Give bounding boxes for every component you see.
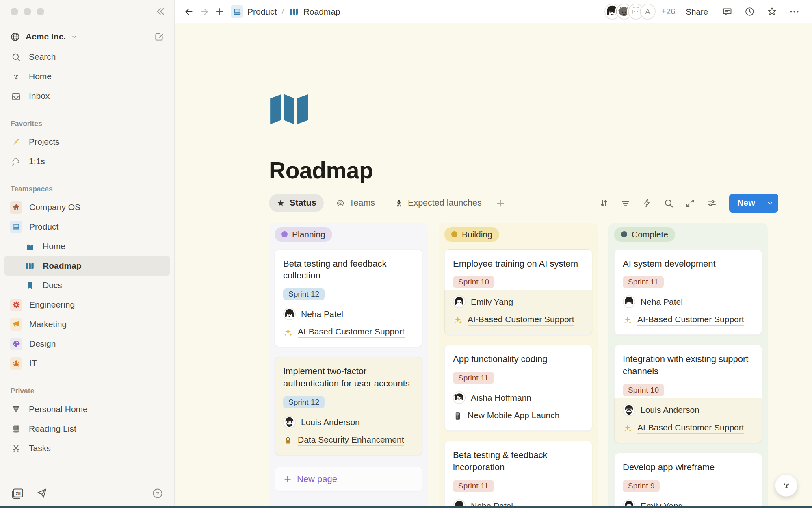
- sidebar-section-title[interactable]: Favorites: [0, 106, 174, 132]
- assignee-name: Neha Patel: [301, 309, 343, 319]
- topbar: Product/Roadmap A +26 Share: [175, 0, 812, 23]
- column-cards: Beta testing and feedback collection Spr…: [275, 249, 422, 456]
- assignee-name: Louis Anderson: [301, 417, 360, 427]
- sort-button[interactable]: [599, 198, 609, 208]
- avatar: [453, 295, 466, 308]
- related-page-link[interactable]: Data Security Enhancement: [283, 435, 414, 446]
- tab-status[interactable]: Status: [269, 194, 324, 212]
- sprint-tag: Sprint 11: [623, 276, 664, 288]
- related-page-label: AI-Based Customer Support: [468, 315, 574, 326]
- window-zoom-button[interactable]: [37, 8, 44, 15]
- notion-ai-button[interactable]: [775, 474, 797, 497]
- more-options-button[interactable]: [789, 6, 800, 17]
- kanban-card[interactable]: Integration with existing support channe…: [614, 345, 762, 443]
- related-page-label: New Mobile App Launch: [468, 410, 559, 421]
- comment-icon: [722, 6, 733, 17]
- sidebar-item-personal-home[interactable]: Personal Home: [4, 399, 170, 419]
- window-minimize-button[interactable]: [24, 8, 31, 15]
- sidebar-section-title[interactable]: Teamspaces: [0, 171, 174, 198]
- search-button[interactable]: [663, 198, 674, 208]
- target-icon: [336, 199, 345, 208]
- sidebar-item-inbox[interactable]: Inbox: [4, 86, 170, 106]
- tune-button[interactable]: [706, 198, 717, 208]
- sidebar-section-title[interactable]: Private: [0, 373, 174, 399]
- sidebar-item-search[interactable]: Search: [4, 47, 170, 67]
- chevron-down-icon[interactable]: [762, 199, 778, 207]
- column-header-planning[interactable]: Planning: [275, 227, 332, 242]
- breadcrumb: Product/Roadmap: [231, 5, 340, 18]
- sidebar-item-label: Engineering: [29, 300, 75, 310]
- kanban-card[interactable]: Employee training on AI system Sprint 10…: [444, 249, 592, 335]
- sidebar-item-roadmap[interactable]: Roadmap: [4, 256, 170, 276]
- column-header-building[interactable]: Building: [444, 227, 499, 242]
- kanban-card[interactable]: Beta testing & feedback incorporation Sp…: [444, 441, 592, 508]
- share-button[interactable]: Share: [686, 7, 708, 17]
- window-close-button[interactable]: [11, 8, 18, 15]
- comments-button[interactable]: [722, 6, 733, 17]
- expand-button[interactable]: [685, 198, 695, 208]
- new-tab-button[interactable]: [212, 4, 227, 20]
- related-page-link[interactable]: AI-Based Customer Support: [623, 315, 754, 326]
- back-button[interactable]: [181, 4, 197, 20]
- sidebar-item-1-1s[interactable]: 1:1s: [4, 152, 170, 171]
- related-page-link[interactable]: AI-Based Customer Support: [283, 327, 414, 338]
- sidebar-item-reading-list[interactable]: Reading List: [4, 419, 170, 439]
- new-page-button[interactable]: New page: [275, 467, 422, 492]
- chevron-down-icon: [71, 33, 78, 40]
- sidebar-item-it[interactable]: IT: [4, 354, 170, 373]
- related-page-link[interactable]: New Mobile App Launch: [453, 410, 584, 421]
- tab-expected-launches[interactable]: Expected launches: [387, 194, 489, 212]
- house-icon: [10, 201, 22, 214]
- sprint-tag: Sprint 11: [453, 480, 494, 492]
- sidebar-item-home[interactable]: Home: [4, 237, 170, 256]
- breadcrumb-item-roadmap[interactable]: Roadmap: [289, 7, 340, 17]
- inbox-icon: [11, 91, 21, 101]
- window-bottom-edge: [0, 506, 812, 508]
- kanban-card[interactable]: Implement two-factor authentication for …: [275, 357, 422, 455]
- sidebar-item-marketing[interactable]: Marketing: [4, 315, 170, 334]
- bolt-button[interactable]: [642, 198, 652, 208]
- add-view-button[interactable]: [496, 198, 505, 208]
- kanban-card[interactable]: Develop app wireframe Sprint 9Emily Yang: [614, 453, 762, 508]
- related-page-link[interactable]: AI-Based Customer Support: [623, 423, 754, 434]
- forward-button[interactable]: [197, 4, 212, 20]
- svg-text:A: A: [645, 8, 650, 16]
- sidebar-item-design[interactable]: Design: [4, 334, 170, 354]
- workspace-switcher[interactable]: Acme Inc.: [0, 26, 174, 47]
- new-button[interactable]: New: [729, 194, 778, 213]
- kanban-card[interactable]: Beta testing and feedback collection Spr…: [275, 249, 422, 347]
- sidebar-item-label: Personal Home: [29, 404, 88, 414]
- page-icon[interactable]: [269, 93, 310, 126]
- column-header-complete[interactable]: Complete: [614, 227, 675, 242]
- compose-button[interactable]: [154, 31, 165, 42]
- column-label: Complete: [632, 230, 668, 239]
- related-page-link[interactable]: AI-Based Customer Support: [453, 315, 584, 326]
- favorite-button[interactable]: [767, 6, 777, 17]
- sidebar-item-tasks[interactable]: Tasks: [4, 439, 170, 458]
- help-button[interactable]: ?: [152, 487, 164, 499]
- chevron_down-icon: [766, 199, 774, 207]
- sidebar-item-product[interactable]: Product: [4, 217, 170, 237]
- sidebar-item-company-os[interactable]: Company OS: [4, 198, 170, 217]
- sidebar-item-engineering[interactable]: Engineering: [4, 295, 170, 315]
- tab-teams[interactable]: Teams: [329, 194, 382, 212]
- face-icon: [11, 72, 21, 82]
- breadcrumb-item-product[interactable]: Product: [231, 5, 277, 18]
- kanban-card[interactable]: AI system development Sprint 11Neha Pate…: [614, 249, 762, 335]
- sidebar-item-projects[interactable]: Projects: [4, 132, 170, 152]
- sidebar-item-docs[interactable]: Docs: [4, 276, 170, 295]
- kanban-card[interactable]: App functionality coding Sprint 11Aisha …: [444, 345, 592, 431]
- house-icon: [12, 203, 21, 212]
- member-avatar-stack[interactable]: A: [604, 4, 656, 20]
- gear-icon: [12, 300, 21, 309]
- filter-button[interactable]: [620, 198, 631, 208]
- sidebar-item-home[interactable]: Home: [4, 67, 170, 86]
- related-page-label: AI-Based Customer Support: [637, 423, 744, 434]
- sidebar-collapse-button[interactable]: [154, 5, 166, 17]
- new-page-label: New page: [297, 474, 337, 484]
- calendar-icon[interactable]: 28: [11, 486, 24, 500]
- window-controls[interactable]: [11, 8, 44, 15]
- history-button[interactable]: [744, 6, 755, 17]
- member-avatar[interactable]: A: [640, 4, 656, 20]
- send-icon[interactable]: [36, 487, 48, 499]
